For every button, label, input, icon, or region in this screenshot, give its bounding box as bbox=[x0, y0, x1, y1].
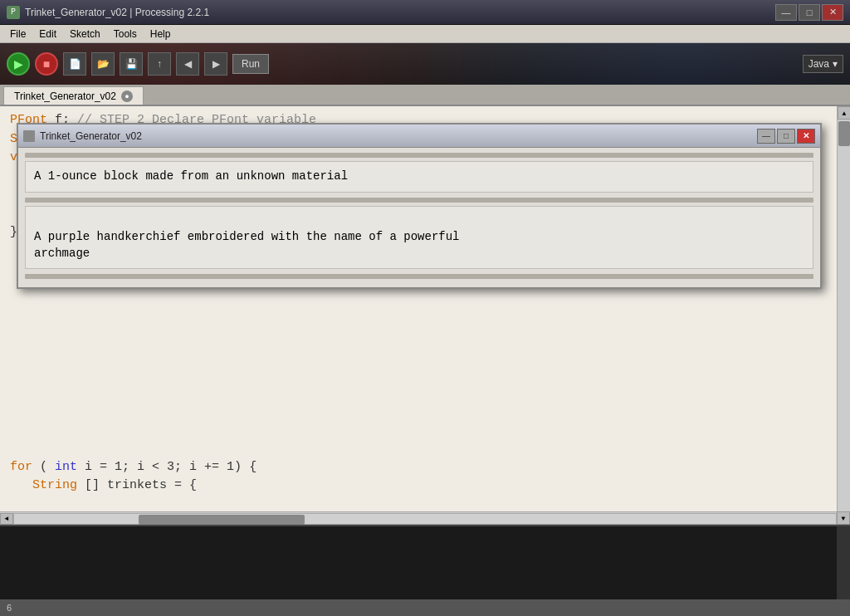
java-dropdown-arrow: ▾ bbox=[833, 58, 838, 70]
play-button[interactable]: ▶ bbox=[7, 52, 30, 76]
float-content: A 1-ounce block made from an unknown mat… bbox=[18, 148, 820, 287]
prev-button[interactable]: ◀ bbox=[176, 52, 199, 76]
code-editor[interactable]: PFont f; // STEP 2 Declare PFont variabl… bbox=[0, 106, 837, 511]
float-close-button[interactable]: ✕ bbox=[797, 129, 815, 144]
code-line-for: for ( int i = 1; i < 3; i += 1) { bbox=[10, 458, 827, 477]
maximize-button[interactable]: □ bbox=[799, 4, 820, 21]
menu-tools[interactable]: Tools bbox=[107, 27, 144, 42]
menu-help[interactable]: Help bbox=[144, 27, 178, 42]
float-controls[interactable]: — □ ✕ bbox=[757, 129, 815, 144]
export-button[interactable]: ↑ bbox=[148, 52, 171, 76]
toolbar: ▶ ■ 📄 📂 💾 ↑ ◀ ▶ Run Java ▾ bbox=[0, 43, 850, 85]
float-app-icon bbox=[23, 130, 35, 142]
stop-button[interactable]: ■ bbox=[35, 52, 58, 76]
output-text-1: A 1-ounce block made from an unknown mat… bbox=[25, 161, 813, 193]
console-area bbox=[0, 525, 850, 599]
line-number: 6 bbox=[7, 603, 12, 613]
tab-bar: Trinket_Generator_v02 ● bbox=[0, 85, 850, 106]
save-button[interactable]: 💾 bbox=[120, 52, 143, 76]
minimize-button[interactable]: — bbox=[775, 4, 797, 21]
output-row-2: A purple handkerchief embroidered with t… bbox=[25, 198, 813, 270]
tab-label: Trinket_Generator_v02 bbox=[14, 90, 116, 102]
scrollbar-h-track[interactable] bbox=[13, 513, 837, 525]
app-icon: P bbox=[7, 6, 20, 19]
editor-container: PFont f; // STEP 2 Declare PFont variabl… bbox=[0, 106, 850, 616]
java-label: Java bbox=[808, 58, 829, 70]
title-bar: P Trinket_Generator_v02 | Processing 2.2… bbox=[0, 0, 850, 25]
window-title: Trinket_Generator_v02 | Processing 2.2.1 bbox=[25, 7, 209, 18]
vertical-scrollbar[interactable]: ▲ ▼ bbox=[837, 106, 850, 511]
horizontal-scrollbar[interactable]: ◄ ► bbox=[0, 511, 850, 525]
tab-close-button[interactable]: ● bbox=[121, 90, 133, 102]
console-content bbox=[0, 526, 837, 599]
code-line-string-arr: String [] trinkets = { bbox=[10, 477, 827, 496]
status-bar: 6 bbox=[0, 599, 850, 616]
float-minimize-button[interactable]: — bbox=[757, 129, 775, 144]
code-bottom-section: for ( int i = 1; i < 3; i += 1) { String… bbox=[10, 458, 827, 496]
menu-file[interactable]: File bbox=[3, 27, 32, 42]
close-button[interactable]: ✕ bbox=[822, 4, 843, 21]
output-bar-1 bbox=[25, 153, 813, 158]
scroll-thumb-v[interactable] bbox=[838, 121, 850, 146]
tab-trinket-generator[interactable]: Trinket_Generator_v02 ● bbox=[3, 86, 144, 105]
menu-bar: File Edit Sketch Tools Help bbox=[0, 25, 850, 43]
window-controls[interactable]: — □ ✕ bbox=[775, 4, 843, 21]
code-area-outer: PFont f; // STEP 2 Declare PFont variabl… bbox=[0, 106, 850, 511]
output-text-2: A purple handkerchief embroidered with t… bbox=[25, 206, 813, 270]
menu-edit[interactable]: Edit bbox=[32, 27, 63, 42]
open-button[interactable]: 📂 bbox=[91, 52, 115, 76]
float-window-title: Trinket_Generator_v02 bbox=[40, 130, 142, 142]
title-bar-left: P Trinket_Generator_v02 | Processing 2.2… bbox=[7, 6, 209, 19]
float-title-left: Trinket_Generator_v02 bbox=[23, 130, 142, 142]
float-window: Trinket_Generator_v02 — □ ✕ bbox=[17, 123, 822, 289]
scroll-up-button[interactable]: ▲ bbox=[838, 106, 850, 120]
scrollbar-h-thumb[interactable] bbox=[139, 515, 305, 525]
run-label-button[interactable]: Run bbox=[232, 54, 269, 74]
output-bar-3 bbox=[25, 274, 813, 279]
float-title-bar: Trinket_Generator_v02 — □ ✕ bbox=[18, 125, 820, 148]
console-scrollbar[interactable] bbox=[837, 526, 850, 599]
menu-sketch[interactable]: Sketch bbox=[63, 27, 107, 42]
new-button[interactable]: 📄 bbox=[63, 52, 86, 76]
java-selector[interactable]: Java ▾ bbox=[803, 55, 843, 73]
next-button[interactable]: ▶ bbox=[204, 52, 227, 76]
main-container: PFont f; // STEP 2 Declare PFont variabl… bbox=[0, 106, 850, 616]
float-maximize-button[interactable]: □ bbox=[777, 129, 795, 144]
scroll-left-button[interactable]: ◄ bbox=[0, 513, 13, 525]
output-bar-2 bbox=[25, 198, 813, 203]
output-row-1: A 1-ounce block made from an unknown mat… bbox=[25, 153, 813, 193]
